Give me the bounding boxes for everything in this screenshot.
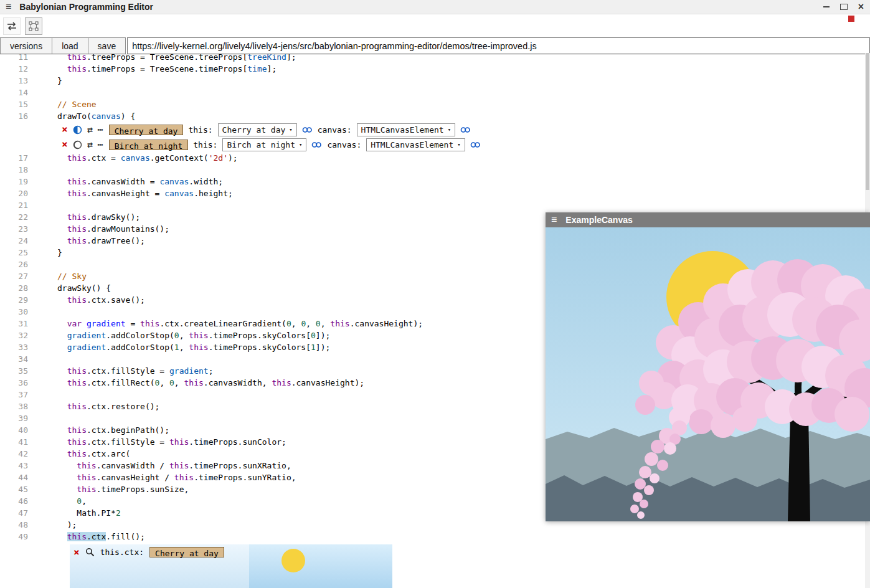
maximize-icon[interactable] xyxy=(840,4,848,10)
probe-target-label: this.ctx: xyxy=(100,548,144,557)
code-line[interactable]: 12 this.timeProps = TreeScene.timeProps[… xyxy=(0,63,865,75)
line-number: 40 xyxy=(0,424,28,436)
scrollbar-thumb[interactable] xyxy=(866,53,869,190)
canvas-value-text: HTMLCanvasElement xyxy=(371,140,453,149)
line-number: 31 xyxy=(0,318,28,330)
marquee-icon xyxy=(29,21,39,31)
code-line[interactable]: 14 xyxy=(0,87,865,98)
example-canvas-window[interactable]: ≡ ExampleCanvas xyxy=(546,212,870,521)
example-active-toggle-icon[interactable] xyxy=(73,125,82,135)
code-text: this.timeProps.sunSize, xyxy=(57,485,189,494)
line-number: 36 xyxy=(0,377,28,389)
line-number: 38 xyxy=(0,401,28,412)
code-text: this.timeProps = TreeScene.timeProps[tim… xyxy=(57,64,277,74)
swap-connections-button[interactable] xyxy=(3,17,21,35)
line-number: 29 xyxy=(0,294,28,306)
canvas-label: canvas: xyxy=(318,125,352,135)
code-text: this.ctx.restore(); xyxy=(57,402,159,411)
versions-button[interactable]: versions xyxy=(0,37,52,54)
this-label: this: xyxy=(193,140,217,149)
load-button[interactable]: load xyxy=(52,37,88,54)
canvas-value-select[interactable]: HTMLCanvasElement ▾ xyxy=(357,123,455,136)
probe-canvas-preview xyxy=(249,544,392,588)
code-text: gradient.addColorStop(1, this.timeProps.… xyxy=(57,343,330,352)
line-number: 47 xyxy=(0,507,28,519)
swap-arrows-icon xyxy=(6,22,17,31)
more-options-icon[interactable]: ⋯ xyxy=(98,125,104,135)
code-line[interactable]: 19 this.canvasWidth = canvas.width; xyxy=(0,176,865,187)
line-number: 23 xyxy=(0,223,28,235)
code-line[interactable]: 18 xyxy=(0,164,865,176)
this-value-select[interactable]: Birch at night ▾ xyxy=(222,138,306,151)
code-text: this.ctx.beginPath(); xyxy=(57,425,169,435)
code-line[interactable]: 11 this.treeProps = TreeScene.treeProps[… xyxy=(0,54,865,63)
link-icon[interactable] xyxy=(470,141,481,149)
code-line[interactable]: 15// Scene xyxy=(0,98,865,110)
code-text: 0, xyxy=(57,496,87,506)
window-controls: × xyxy=(823,0,864,14)
close-example-icon[interactable]: × xyxy=(62,125,68,135)
inspect-icon[interactable] xyxy=(85,548,95,557)
code-text: Math.PI*2 xyxy=(57,508,121,518)
chevron-down-icon: ▾ xyxy=(448,126,451,133)
minimize-icon[interactable] xyxy=(823,6,830,8)
line-number: 32 xyxy=(0,330,28,341)
example-name-button[interactable]: Birch at night xyxy=(109,140,189,150)
unsaved-changes-indicator xyxy=(848,16,854,22)
code-text: this.ctx.save(); xyxy=(57,295,145,305)
code-line[interactable]: 13} xyxy=(0,75,865,87)
selection-tool-button[interactable] xyxy=(25,17,42,35)
line-number: 37 xyxy=(0,389,28,401)
line-number: 42 xyxy=(0,448,28,460)
link-icon[interactable] xyxy=(302,126,313,134)
code-text: this.canvasHeight = canvas.height; xyxy=(57,189,233,198)
code-line[interactable]: 49 this.ctx.fill(); xyxy=(0,531,865,543)
line-number: 13 xyxy=(0,75,28,87)
example-canvas-titlebar[interactable]: ≡ ExampleCanvas xyxy=(546,212,870,227)
close-probe-icon[interactable]: × xyxy=(73,548,80,557)
code-text: this.treeProps = TreeScene.treeProps[tre… xyxy=(57,54,296,62)
close-icon[interactable]: × xyxy=(858,1,864,12)
code-text: this.ctx.fill(); xyxy=(57,532,145,541)
code-line[interactable]: 20 this.canvasHeight = canvas.height; xyxy=(0,187,865,199)
example-probe-row: × ⇄ ⋯ Cherry at day this: Cherry at day … xyxy=(62,122,865,137)
line-number: 34 xyxy=(0,353,28,365)
menu-icon[interactable]: ≡ xyxy=(6,2,11,12)
more-options-icon[interactable]: ⋯ xyxy=(98,140,104,149)
line-number: 12 xyxy=(0,63,28,75)
example-probe-row: × ⇄ ⋯ Birch at night this: Birch at nigh… xyxy=(62,137,865,152)
canvas-value-select[interactable]: HTMLCanvasElement ▾ xyxy=(366,138,465,151)
titlebar: ≡ Babylonian Programming Editor × xyxy=(0,0,870,14)
code-line[interactable]: 16drawTo(canvas) { xyxy=(0,110,865,122)
chevron-down-icon: ▾ xyxy=(457,141,460,148)
menu-icon[interactable]: ≡ xyxy=(551,215,557,225)
example-canvas-title: ExampleCanvas xyxy=(565,215,632,225)
save-button[interactable]: save xyxy=(88,37,126,54)
code-text: } xyxy=(57,248,62,257)
url-input[interactable] xyxy=(127,37,870,54)
code-line[interactable]: 17 this.ctx = canvas.getContext('2d'); xyxy=(0,152,865,164)
example-name-button[interactable]: Cherry at day xyxy=(109,125,184,135)
this-label: this: xyxy=(188,125,212,135)
link-icon[interactable] xyxy=(311,141,322,149)
tree-scene-canvas xyxy=(546,227,870,521)
window-title: Babylonian Programming Editor xyxy=(19,2,153,12)
line-number: 48 xyxy=(0,519,28,531)
file-toolbar: versions load save xyxy=(0,37,870,55)
line-number: 22 xyxy=(0,211,28,223)
line-number: 11 xyxy=(0,54,28,63)
trace-icon[interactable]: ⇄ xyxy=(87,140,93,149)
trace-icon[interactable]: ⇄ xyxy=(87,125,93,135)
close-example-icon[interactable]: × xyxy=(62,140,68,149)
line-number: 17 xyxy=(0,152,28,164)
example-inactive-toggle-icon[interactable] xyxy=(73,140,82,149)
code-text: this.canvasHeight / this.timeProps.sunYR… xyxy=(57,473,296,482)
code-text: // Sky xyxy=(57,272,87,281)
code-text: this.ctx.fillStyle = gradient; xyxy=(57,366,213,376)
code-line[interactable]: 21 xyxy=(0,199,865,211)
example-name-button[interactable]: Cherry at day xyxy=(149,547,224,557)
this-value-select[interactable]: Cherry at day ▾ xyxy=(218,123,297,136)
code-text: this.drawTree(); xyxy=(57,236,145,245)
line-number: 24 xyxy=(0,235,28,247)
link-icon[interactable] xyxy=(460,126,471,134)
